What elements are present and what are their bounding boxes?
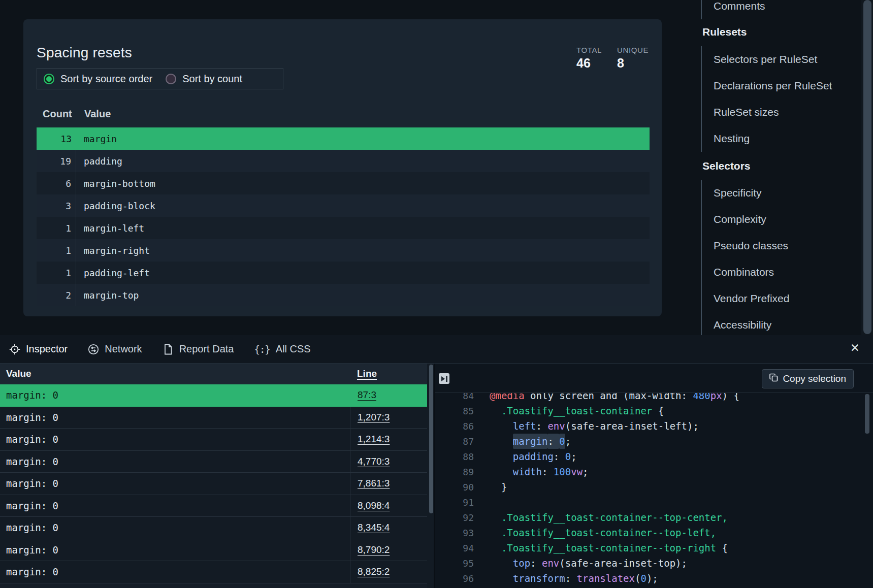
sidebar-item-complexity[interactable]: Complexity [714,206,859,233]
code-token [490,466,513,477]
code-scroll-area[interactable]: 84@media only screen and (max-width: 480… [435,393,873,588]
sidebar-item-pseudo-classes[interactable]: Pseudo classes [714,233,859,259]
line-number: 96 [435,573,474,584]
table-row[interactable]: margin: 08,345:4 [0,517,427,539]
sidebar-item-accessibility[interactable]: Accessibility [714,312,859,338]
line-link[interactable]: 8,825:2 [358,566,390,577]
code-text: width: 100vw; [474,466,589,477]
code-line: 96 transform: translatex(0); [435,571,873,586]
declarations-pane: Value Line margin: 087:3margin: 01,207:3… [0,364,435,588]
code-scrollbar-thumb[interactable] [865,394,869,434]
code-token [490,527,501,538]
line-link[interactable]: 1,214:3 [358,434,390,445]
table-row[interactable]: margin: 04,770:3 [0,451,427,473]
line-link[interactable]: 4,770:3 [358,456,390,467]
tab-inspector[interactable]: Inspector [9,343,68,355]
table-row[interactable]: margin: 01,207:3 [0,407,427,429]
page-scrollbar[interactable] [861,0,873,335]
line-number: 91 [435,497,474,508]
table-row[interactable]: 3padding-block [37,194,650,217]
table-row[interactable]: margin: 01,214:3 [0,429,427,451]
code-line: 91 [435,495,873,510]
row-line-cell: 8,345:4 [350,517,427,539]
close-inspector-button[interactable]: ✕ [850,342,860,354]
tab-network[interactable]: Network [88,343,142,355]
tab-report-data[interactable]: Report Data [163,343,234,355]
sidebar-header-rulesets[interactable]: Rulesets [701,25,859,39]
declarations-scrollbar-thumb[interactable] [429,365,433,513]
line-number: 92 [435,512,474,523]
sidebar-item-combinators[interactable]: Combinators [714,259,859,285]
tab-label: Report Data [179,343,234,355]
code-token: translatex [577,573,635,584]
code-text: .Toastify__toast-container--top-left, [474,527,716,538]
table-row[interactable]: margin: 08,825:2 [0,561,427,583]
code-line: 95 top: env(safe-area-inset-top); [435,556,873,571]
code-token: env [542,558,559,569]
code-token [490,405,501,416]
code-token: } [490,481,507,493]
sidebar-item-nesting[interactable]: Nesting [714,125,859,152]
sidebar-item-declarations-per-ruleset[interactable]: Declarations per RuleSet [714,73,859,99]
code-token: ; [583,466,588,477]
table-row[interactable]: margin: 08,098:4 [0,495,427,517]
sidebar-item-vendor-prefixed[interactable]: Vendor Prefixed [714,285,859,312]
sort-by-source-order-radio[interactable]: Sort by source order [44,73,152,85]
sort-by-count-radio[interactable]: Sort by count [166,73,242,85]
row-count: 6 [37,172,76,194]
table-row[interactable]: 1padding-left [37,262,650,284]
sidebar-header-selectors[interactable]: Selectors [701,159,859,173]
stat-unique-value: 8 [617,56,649,71]
table-row[interactable]: 13margin [37,127,650,150]
code-token: 480 [693,393,710,401]
sidebar-item-comments[interactable]: Comments [714,0,859,19]
code-token: { [716,542,728,553]
stat-total: TOTAL 46 [576,46,602,71]
inspector-tabbar: Inspector Network Report Data {:} [0,335,873,364]
line-number: 87 [435,436,474,447]
sidebar-item-ruleset-sizes[interactable]: RuleSet sizes [714,99,859,125]
table-row[interactable]: 1margin-right [37,239,650,262]
row-count: 1 [37,217,76,239]
line-link[interactable]: 8,345:4 [358,522,390,533]
code-token: top [513,558,530,569]
expand-pane-icon[interactable] [439,373,449,384]
code-text: @media only screen and (max-width: 480px… [474,393,739,401]
table-row[interactable]: margin: 08,790:2 [0,539,427,562]
table-row[interactable]: 6margin-bottom [37,172,650,194]
tab-all-css[interactable]: {:} All CSS [254,343,310,355]
row-value: margin: 0 [0,429,350,450]
stat-total-value: 46 [576,56,602,71]
row-value: margin [76,134,117,144]
table-row[interactable]: 19padding [37,150,650,172]
table-row[interactable]: margin: 087:3 [0,384,427,407]
code-token: margin [513,434,548,449]
row-line-cell: 8,825:2 [350,561,427,583]
line-link[interactable]: 7,861:3 [358,478,390,489]
copy-selection-button[interactable]: Copy selection [762,369,854,388]
partial-table-row [0,583,427,588]
line-column-header[interactable]: Line [350,368,427,379]
code-line: 92 .Toastify__toast-container--top-cente… [435,510,873,525]
code-line: 93 .Toastify__toast-container--top-left, [435,525,873,540]
radio-label: Sort by count [182,73,242,85]
row-value: margin: 0 [0,384,350,406]
code-text: margin: 0; [474,436,571,447]
sidebar-item-selectors-per-ruleset[interactable]: Selectors per RuleSet [714,46,859,73]
code-token: .Toastify__toast-container--top-right [501,542,716,553]
spacing-table-body: 13margin19padding6margin-bottom3padding-… [37,127,650,306]
sidebar-item-specificity[interactable]: Specificity [714,180,859,206]
code-token [490,420,513,432]
line-link[interactable]: 87:3 [358,389,376,401]
code-line: 90 } [435,479,873,495]
line-link[interactable]: 8,790:2 [358,544,390,556]
code-token: { [652,405,664,416]
table-row[interactable]: 2margin-top [37,284,650,306]
row-value: margin: 0 [0,539,350,561]
page-scrollbar-thumb[interactable] [863,0,871,334]
table-row[interactable]: margin: 07,861:3 [0,473,427,495]
code-text: .Toastify__toast-container--top-right { [474,542,728,553]
table-row[interactable]: 1margin-left [37,217,650,239]
line-link[interactable]: 8,098:4 [358,500,390,511]
line-link[interactable]: 1,207:3 [358,412,390,423]
